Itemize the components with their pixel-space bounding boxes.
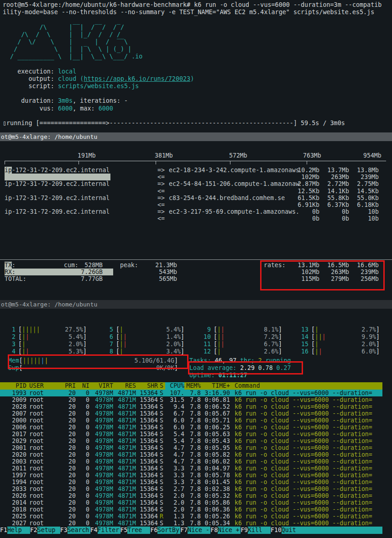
meter-close-bracket: ] [278, 326, 282, 333]
fkey-label: Quit [282, 527, 382, 534]
process-row-2009[interactable]: 2009root2004978M4871M15364S31.57.80:06.8… [0, 396, 382, 403]
meter-open-bracket: [ [116, 348, 120, 355]
fkey-f6[interactable]: F6SortBy [150, 527, 180, 534]
process-row-2018[interactable]: 2018root2004978M4871M15364S2.07.80:06.36… [0, 506, 382, 513]
iftop-connection-row[interactable]: ip-172-31-72-209.ec2.internal=>ec2-18-23… [0, 167, 392, 174]
column-header-pid[interactable]: PID [0, 382, 26, 390]
process-row-1997[interactable]: 1997root2004978M4871M15364S3.37.80:05.78… [0, 472, 382, 479]
column-header-cpu[interactable]: CPU% [165, 382, 184, 390]
process-row-2028[interactable]: 2028root2004978M4871M15364S9.47.80:06.52… [0, 403, 382, 410]
hostname-source: ip-172-31-72-209.ec2.internal [5, 208, 110, 215]
scale-label: 572Mb [229, 152, 247, 159]
tx-rate-value: 2.87Mb [290, 180, 319, 187]
iftop-connection-row[interactable]: ip-172-31-72-209.ec2.internal=>ec2-3-217… [0, 208, 392, 215]
process-row-2006[interactable]: 2006root2004978M4871M15364S6.07.80:06.25… [0, 424, 382, 431]
fkey-f4[interactable]: F4Filter [90, 527, 120, 534]
process-row-2020[interactable]: 2020root2004978M4871M15364S4.77.80:05.82… [0, 451, 382, 458]
fkey-number: F2 [30, 527, 37, 534]
process-table: 1993root2004978M4871M15364S107.7.83:16.9… [0, 390, 392, 527]
cpu-id: 11 [199, 341, 211, 348]
column-header-mem[interactable]: MEM% [184, 382, 201, 390]
column-header-command[interactable]: Command [230, 382, 382, 390]
rate-value: 16.5Mb [320, 262, 349, 269]
process-row-2029[interactable]: 2029root2004978M4871M15364S5.47.80:05.43… [0, 438, 382, 444]
column-header-ni[interactable]: NI [76, 382, 89, 390]
cpu-meter-13: 13[|2.7%] [297, 326, 392, 333]
shell-prompt-line: ility-mode=base --no-thresholds --no-sum… [3, 9, 374, 16]
scale-tick [78, 161, 79, 164]
meter-value: 7.2% [264, 333, 278, 341]
process-row-2001[interactable]: 2001root2004978M4871M15364S4.77.80:05.95… [0, 444, 382, 451]
process-row-2011[interactable]: 2011root2004978M4871M15364S3.37.80:04.97… [0, 465, 382, 472]
fkey-label: Tree [127, 527, 150, 534]
process-row-2003[interactable]: 2003root2004978M4871M15364S4.77.80:06.02… [0, 458, 382, 465]
column-header-shr[interactable]: SHR [136, 382, 158, 390]
process-row-1994[interactable]: 1994root2004978M4871M15364S3.37.80:01.45… [0, 479, 382, 485]
process-row-2025[interactable]: 2025root2004978M4871M15364R1.37.80:05.26… [0, 513, 382, 520]
rx-rate-value: 14.1Kb [320, 188, 349, 195]
column-header-user[interactable]: USER [26, 382, 65, 390]
hostname-source: ip-172-31-72-209.ec2.internal [5, 195, 110, 201]
k6-cloud-run-link[interactable]: https://app.k6.io/runs/720023 [84, 75, 190, 82]
fkey-f2[interactable]: F2Setup [30, 527, 60, 534]
fkey-f7[interactable]: F7Nice - [180, 527, 210, 534]
process-row-2014[interactable]: 2014root2004978M4871M15364S2.07.80:05.86… [0, 499, 382, 506]
k6-ascii-logo-line: / __________ \ |__| \__\ \___/ .io [3, 53, 142, 60]
fkey-f5[interactable]: F5Tree [120, 527, 151, 534]
fkey-number: F10 [271, 527, 282, 534]
total-row-label: TOTAL: [5, 275, 26, 282]
meter-close-bracket: ] [181, 341, 184, 348]
rate-value: 16.6Mb [350, 262, 379, 269]
arrow-out-icon: => [157, 180, 165, 187]
column-header-time[interactable]: TIME+ [201, 382, 230, 390]
window-title: ot@m5-4xlarge: /home/ubuntu [1, 133, 97, 140]
fkey-f10[interactable]: F10Quit [271, 527, 382, 534]
fkey-f3[interactable]: F3Search [60, 527, 90, 534]
meter-close-bracket: ] [376, 333, 380, 341]
process-command: k6 run -o cloud --vus=6000 --duration= [230, 520, 382, 527]
iftop-connection-row[interactable]: ip-172-31-72-209.ec2.internal=>c83-254-6… [0, 195, 392, 201]
fkey-label: Nice - [188, 527, 210, 534]
function-key-bar: F1Help F2Setup F3SearchF4FilterF5Tree F6… [0, 527, 382, 534]
process-row-2007[interactable]: 2007root2004978M4871M15364S6.77.80:05.67… [0, 410, 382, 417]
fkey-f1[interactable]: F1Help [0, 527, 30, 534]
scale-label: 191Mb [78, 152, 96, 159]
scale-label: 763Mb [303, 152, 321, 159]
process-row-2017[interactable]: 2017root2004978M4871M15364S5.47.80:05.63… [0, 431, 382, 438]
iftop-connection-row[interactable]: ip-172-31-72-209.ec2.internal=>ec2-54-84… [0, 180, 392, 187]
meter-open-bracket: [ [18, 348, 22, 355]
arrow-in-icon: <= [157, 201, 165, 208]
fkey-f8[interactable]: F8Nice + [210, 527, 240, 534]
window-titlebar-htop: ot@m5-4xlarge: /home/ubuntu [0, 300, 392, 309]
fkey-label: Kill [248, 527, 271, 534]
tasks-summary: Tasks: 46, 97 thr; 2 running [189, 357, 291, 364]
process-row-2026[interactable]: 2026root2004978M4871M15364S2.07.80:05.32… [0, 492, 382, 499]
hostname-destination: ec2-54-84-151-206.compute-1.amazonaw [169, 180, 299, 187]
fkey-f9[interactable]: F9Kill [240, 527, 271, 534]
cpu-meter-10: 10[||7.2%] [199, 333, 297, 341]
cumulative-value: 528MB [68, 262, 103, 269]
rate-value: 115Mb [290, 275, 319, 282]
process-command: k6 run -o cloud --vus=6000 --duration= [230, 479, 382, 485]
cpu-meter-11: 11[||6.7%] [199, 341, 297, 348]
arrow-in-icon: <= [157, 174, 165, 180]
column-header-virt[interactable]: VIRT [89, 382, 113, 390]
k6-output: root@m5-4xlarge:/home/ubuntu/k6-hardware… [0, 0, 392, 128]
meter-open-bracket: [ [311, 341, 315, 348]
iftop-connection-row-return: <=6.91Kb6.37Kb6.18Kb [0, 201, 392, 208]
process-row-2000[interactable]: 2000root2004978M4871M15364S6.07.80:05.71… [0, 417, 382, 424]
memory-meter: Mem[|||||||5.10G/61.4G] [8, 357, 178, 364]
process-row-1993[interactable]: 1993root2004978M4871M15364S107.7.83:16.9… [0, 390, 382, 396]
meter-open-bracket: [ [214, 341, 217, 348]
process-table-header[interactable]: PIDUSERPRINIVIRTRESSHRSCPU%MEM%TIME+Comm… [0, 382, 382, 390]
column-header-pri[interactable]: PRI [65, 382, 76, 390]
column-header-res[interactable]: RES [113, 382, 136, 390]
rx-rate-value: 0b [290, 215, 319, 222]
process-row-2027[interactable]: 2027root2004978M4871M15364S1.37.80:05.34… [0, 520, 382, 527]
process-row-2033[interactable]: 2033root2004978M4871M15364S2.77.80:02.38… [0, 485, 382, 492]
meter-open-bracket: [ [116, 326, 120, 333]
column-header-s[interactable]: S [158, 382, 165, 390]
iftop-totals: TX:cum:peak:rates:528MB21.3Mb13.1Mb16.5M… [0, 262, 392, 283]
peak-header: peak: [120, 262, 138, 269]
rx-rate-value: 14.5Kb [350, 188, 379, 195]
